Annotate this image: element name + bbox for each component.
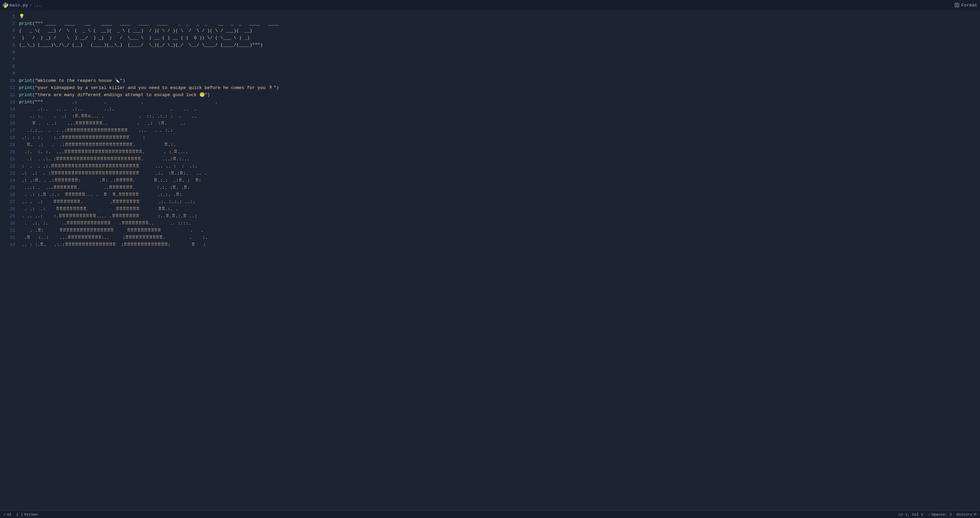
code-line: : . . .:.⠿⠿⠿⠿⠿⠿⠿⠿⠿⠿⠿⠿⠿⠿⠿⠿⠿⠿⠿⠿⠿⠿⠿⠿⠿⠿ ... … [19,163,980,170]
code-line: ...: . ...⠿⠿⠿⠿⠿⠿⠿. ..⠿⠿⠿⠿⠿⠿⠿. :.:. :⠿. .… [19,184,980,191]
code-line: .: . .:. :⠿⠿⠿⠿⠿⠿⠿⠿⠿⠿⠿⠿⠿⠿⠿⠿⠿⠿⠿⠿⠿⠿⠿⠿⠿. ...… [19,156,980,163]
line-number: 32 [0,234,15,241]
language-indicator[interactable]: { } Python [16,512,38,516]
code-line: .⠿ :. : ...⠿⠿⠿⠿⠿⠿⠿⠿⠿⠿:.. :⠿⠿⠿⠿⠿⠿⠿⠿⠿⠿⠿. .… [19,234,980,241]
code-line: (__\_) (____)\_/\_/ (__) (____)(__\_) (_… [19,41,980,49]
code-line: . .. ..: :.⠿⠿⠿⠿⠿⠿⠿⠿⠿⠿⠿.... .⠿⠿⠿⠿⠿⠿⠿⠿ :..… [19,213,980,220]
ai-button[interactable]: ⚡ AI [3,512,11,516]
code-line: ) / ) _) / \ ) __/ ) _) ) / \___ \ ) __ … [19,34,980,41]
line-number: 11 [0,84,15,91]
line-number: 28 [0,205,15,213]
breadcrumb-separator: › [30,3,32,8]
line-number: 17 [0,127,15,134]
code-line [19,56,980,63]
code-line: ( _ \( __) / \ ( _ \ ( __)( _ \ ( ___) /… [19,27,980,34]
status-left: ⚡ AI { } Python [3,512,38,516]
line-number: 33 [0,241,15,248]
code-line: . .: :.⠿ .:.: ⠿⠿⠿⠿⠿⠿... . ⠿ ⠿.⠿⠿⠿⠿⠿⠿ .:.… [19,191,980,199]
code-line: .: .:⠿. . .:⠿⠿⠿⠿⠿⠿⠿: .⠿: .:⠿⠿⠿⠿⠿. ⠿.:.: … [19,177,980,184]
code-line [19,63,980,70]
tab-bar: main.py › ... Format [0,0,980,10]
line-number: 27 [0,199,15,205]
line-number: 20 [0,148,15,156]
line-number: 14 [0,106,15,113]
line-number: 7 [0,56,15,63]
python-icon [3,2,8,8]
line-number: 4 [0,34,15,41]
line-number: 19 [0,141,15,148]
line-number: 12 [0,91,15,99]
line-number: 3 [0,27,15,34]
line-number: 23 [0,170,15,177]
code-line: print("there are many different endings … [19,91,980,99]
code-line: print(""" .: . . . [19,99,980,106]
line-number: 22 [0,163,15,170]
format-button[interactable]: Format [955,3,977,8]
breadcrumb[interactable]: main.py › ... [3,2,41,8]
line-number: 15 [0,113,15,120]
code-line: . .:. :. ..⠿⠿⠿⠿⠿⠿⠿⠿⠿⠿⠿⠿⠿ .⠿⠿⠿⠿⠿⠿⠿⠿.. .. … [19,220,980,227]
code-line: .: .: . :⠿⠿⠿⠿⠿⠿⠿⠿⠿⠿⠿⠿⠿⠿⠿⠿⠿⠿⠿⠿⠿⠿⠿⠿⠿⠿ .:. … [19,170,980,177]
tab-left: main.py › ... [3,2,41,8]
status-right: Ln 1, Col 1 → Spaces: 2 History ⟳ [899,512,977,516]
code-line: .:.. .. . .:.. ..:. . .. . [19,106,980,113]
code-line: .. :. . .: :⠿.⠿⠿⠶... . . ::. .:.: : . .. [19,113,980,120]
line-number: 18 [0,134,15,141]
line-number: 21 [0,156,15,163]
editor-container: 1234567891011121314151617181920212223242… [0,10,980,510]
line-number: 24 [0,177,15,184]
code-line: . .: .: ⠿⠿⠿⠿⠿⠿⠿⠿⠿ ⠿⠿⠿⠿⠿⠿⠿ ⠿⠿.:. . [19,205,980,213]
line-number: 31 [0,227,15,234]
code-line: .:. : :. :.:⠿⠿⠿⠿⠿⠿⠿⠿⠿⠿⠿⠿⠿⠿⠿⠿⠿⠿⠿⠿ : [19,134,980,141]
code-line: .:. :. :. ...⠿⠿⠿⠿⠿⠿⠿⠿⠿⠿⠿⠿⠿⠿⠿⠿⠿⠿⠿⠿⠿⠿⠿. . … [19,148,980,156]
format-label: Format [961,3,977,8]
line-number: 26 [0,191,15,199]
filename: main.py [10,3,28,8]
code-line: ⠿ . . .: ...⠿⠿⠿⠿⠿⠿⠿⠿.. . .: :⠿. .. [19,120,980,127]
code-line: 💡 [19,13,980,20]
history-button[interactable]: History ⟳ [956,512,977,516]
line-number: 16 [0,120,15,127]
line-number: 30 [0,220,15,227]
code-line: print("Welcome to the reapers house 🔪") [19,77,980,84]
line-number: 9 [0,70,15,77]
format-icon [955,3,959,8]
line-number: 1 [0,13,15,20]
code-line: .. . .: ⠿⠿⠿⠿⠿⠿⠿⠿. .⠿⠿⠿⠿⠿⠿⠿⠿ .:. :.:.: ..… [19,199,980,205]
line-number: 2 [0,20,15,27]
cursor-position[interactable]: Ln 1, Col 1 [899,513,923,516]
code-line: .:.:.. . . .:⠿⠿⠿⠿⠿⠿⠿⠿⠿⠿⠿⠿⠿⠿⠿⠿⠿⠿ ... . . … [19,127,980,134]
code-line [19,70,980,77]
line-number: 29 [0,213,15,220]
indent-indicator[interactable]: → Spaces: 2 [928,513,952,516]
line-number: 8 [0,63,15,70]
status-bar: ⚡ AI { } Python Ln 1, Col 1 → Spaces: 2 … [0,510,980,518]
line-number: 10 [0,77,15,84]
gutter: 1234567891011121314151617181920212223242… [0,10,19,510]
code-line: .. : :.⠿. .:.:⠿⠿⠿⠿⠿⠿⠿⠿⠿⠿⠿⠿⠿⠿⠿ :⠿⠿⠿⠿⠿⠿⠿⠿⠿… [19,241,980,248]
line-number: 6 [0,49,15,56]
code-line: print("your kidnapped by a serial killer… [19,84,980,91]
line-number: 5 [0,41,15,49]
line-number: 13 [0,99,15,106]
line-number: 25 [0,184,15,191]
code-line: print(""" ____ ____ __ ____ ____ ____ __… [19,20,980,27]
code-line [19,49,980,56]
breadcrumb-more[interactable]: ... [33,3,41,8]
code-line: . .⠿: ⠿⠿⠿⠿⠿⠿⠿⠿⠿⠿⠿⠿⠿⠿⠿⠿ ⠿⠿⠿⠿⠿⠿⠿⠿⠿⠿ . . [19,227,980,234]
code-area[interactable]: 💡print(""" ____ ____ __ ____ ____ ____ _… [19,10,980,510]
code-line: ⠿. .: . .:⠿⠿⠿⠿⠿⠿⠿⠿⠿⠿⠿⠿⠿⠿⠿⠿⠿⠿⠿⠿. ⠿.:. [19,141,980,148]
